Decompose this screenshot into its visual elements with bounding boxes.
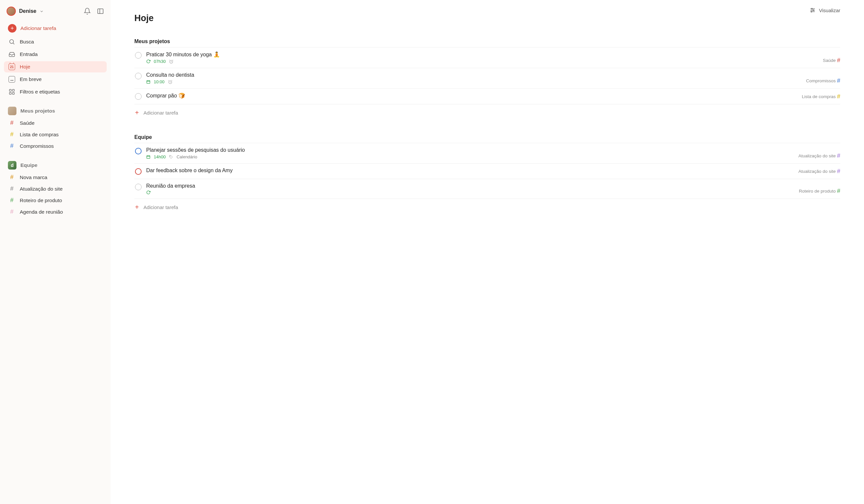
workspace-icon: d	[8, 161, 16, 169]
task-time: 07h30	[154, 59, 166, 64]
task-row[interactable]: Praticar 30 minutos de yoga 🧘 07h30 Saúd…	[134, 47, 840, 68]
task-row[interactable]: Reunião da empresa Roteiro de produto #	[134, 179, 840, 199]
alarm-icon	[169, 59, 173, 64]
task-body: Consulta no dentista 10:00	[146, 72, 840, 84]
task-project-link[interactable]: Lista de compras #	[802, 93, 840, 100]
avatar	[7, 7, 16, 16]
hash-icon: #	[837, 93, 840, 100]
task-list: Planejar sessões de pesquisas do usuário…	[134, 143, 840, 199]
task-row[interactable]: Planejar sessões de pesquisas do usuário…	[134, 143, 840, 164]
task-body: Comprar pão 🍞	[146, 93, 840, 100]
workspace-title: Equipe	[21, 162, 37, 168]
project-name: Saúde	[823, 58, 836, 63]
task-checkbox[interactable]	[135, 148, 142, 154]
nav-label: Hoje	[20, 64, 30, 70]
task-project-link[interactable]: Roteiro de produto #	[799, 188, 840, 194]
workspace-header-personal[interactable]: Meus projetos	[4, 105, 107, 117]
task-checkbox[interactable]	[135, 52, 142, 59]
page-title: Hoje	[134, 13, 840, 23]
project-name: Compromissos	[806, 79, 836, 83]
task-checkbox[interactable]	[135, 168, 142, 175]
search-icon	[8, 38, 16, 45]
task-project-link[interactable]: Atualização do site #	[799, 153, 840, 159]
svg-point-11	[813, 10, 814, 11]
sidebar: Denise + Adicionar tarefa Busca Entrada	[0, 0, 111, 504]
project-item[interactable]: # Atualização do site	[4, 183, 107, 194]
hash-icon: #	[8, 185, 16, 192]
svg-rect-7	[12, 93, 14, 95]
workspace-icon	[8, 107, 16, 115]
task-row[interactable]: Comprar pão 🍞 Lista de compras #	[134, 88, 840, 104]
section-title: Equipe	[134, 134, 840, 140]
workspace-header-team[interactable]: d Equipe	[4, 159, 107, 171]
task-checkbox[interactable]	[135, 73, 142, 79]
nav-upcoming[interactable]: ▪▪▪ Em breve	[4, 74, 107, 85]
sidebar-toggle-icon[interactable]	[97, 8, 104, 15]
add-task-button[interactable]: + Adicionar tarefa	[4, 22, 107, 35]
recurring-icon	[146, 59, 151, 63]
task-meta: 07h30	[146, 59, 840, 64]
inbox-icon	[8, 51, 16, 58]
task-meta	[146, 190, 840, 194]
project-name: Saúde	[20, 120, 35, 126]
svg-rect-6	[10, 93, 12, 95]
project-item[interactable]: # Compromissos	[4, 140, 107, 152]
task-body: Praticar 30 minutos de yoga 🧘 07h30	[146, 51, 840, 64]
nav-today[interactable]: 21 Hoje	[4, 61, 107, 72]
task-title: Planejar sessões de pesquisas do usuário	[146, 147, 840, 153]
project-name: Agenda de reunião	[20, 209, 63, 215]
add-task-label: Adicionar tarefa	[144, 204, 178, 210]
calendar-icon	[146, 155, 151, 159]
project-item[interactable]: # Roteiro de produto	[4, 194, 107, 206]
svg-rect-4	[10, 89, 12, 92]
project-name: Compromissos	[20, 143, 54, 149]
project-item[interactable]: # Lista de compras	[4, 129, 107, 140]
add-task-label: Adicionar tarefa	[21, 25, 56, 31]
svg-line-3	[13, 43, 14, 45]
hash-icon: #	[837, 57, 840, 64]
task-row[interactable]: Dar feedback sobre o design da Amy Atual…	[134, 164, 840, 179]
nav-filters[interactable]: Filtros e etiquetas	[4, 86, 107, 97]
chevron-down-icon	[39, 9, 44, 13]
svg-rect-20	[147, 156, 150, 159]
plus-circle-icon: +	[8, 24, 16, 33]
nav-label: Em breve	[20, 76, 41, 82]
add-task-row[interactable]: + Adicionar tarefa	[134, 199, 840, 216]
nav-inbox[interactable]: Entrada	[4, 49, 107, 60]
task-row[interactable]: Consulta no dentista 10:00 Compromissos …	[134, 68, 840, 88]
bell-icon[interactable]	[84, 8, 91, 15]
add-task-row[interactable]: + Adicionar tarefa	[134, 104, 840, 121]
project-name: Atualização do site	[799, 153, 836, 158]
task-title: Dar feedback sobre o design da Amy	[146, 168, 840, 173]
task-project-link[interactable]: Saúde #	[823, 57, 840, 64]
svg-rect-5	[12, 89, 14, 92]
hash-icon: #	[837, 77, 840, 84]
task-checkbox[interactable]	[135, 184, 142, 190]
task-meta: 14h00 Calendário	[146, 154, 840, 159]
project-item[interactable]: # Saúde	[4, 117, 107, 129]
task-project-link[interactable]: Compromissos #	[806, 77, 840, 84]
alarm-icon	[168, 80, 172, 84]
user-menu[interactable]: Denise	[7, 7, 44, 16]
hash-icon: #	[8, 174, 16, 181]
recurring-icon	[146, 190, 151, 194]
view-button[interactable]: Visualizar	[810, 7, 840, 13]
project-item[interactable]: # Nova marca	[4, 171, 107, 183]
task-checkbox[interactable]	[135, 93, 142, 100]
task-body: Dar feedback sobre o design da Amy	[146, 168, 840, 175]
workspace-team: d Equipe # Nova marca # Atualização do s…	[4, 159, 107, 218]
sliders-icon	[810, 7, 816, 13]
project-item[interactable]: # Agenda de reunião	[4, 206, 107, 218]
task-body: Planejar sessões de pesquisas do usuário…	[146, 147, 840, 159]
nav-label: Busca	[20, 39, 34, 45]
hash-icon: #	[8, 208, 16, 215]
calendar-upcoming-icon: ▪▪▪	[8, 76, 16, 83]
task-title: Consulta no dentista	[146, 72, 840, 78]
hash-icon: #	[837, 153, 840, 159]
project-name: Lista de compras	[20, 132, 59, 137]
task-project-link[interactable]: Atualização do site #	[799, 168, 840, 175]
hash-icon: #	[8, 197, 16, 204]
task-time: 14h00	[154, 154, 166, 159]
nav-search[interactable]: Busca	[4, 36, 107, 47]
workspace-personal: Meus projetos # Saúde # Lista de compras…	[4, 105, 107, 152]
